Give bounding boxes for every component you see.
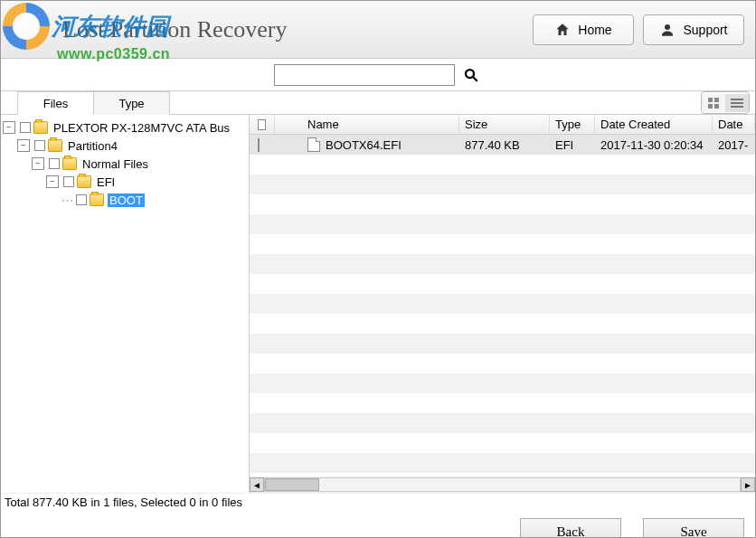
file-date-created: 2017-11-30 0:20:34	[595, 138, 713, 152]
empty-row	[250, 294, 755, 314]
folder-tree: − PLEXTOR PX-128M7VC ATA Bus − Partition…	[1, 115, 250, 493]
tree-label[interactable]: Partition4	[66, 139, 119, 153]
tree-node-partition: − Partition4	[3, 137, 247, 155]
empty-row	[250, 234, 755, 254]
folder-icon	[77, 175, 91, 188]
empty-row	[250, 194, 755, 214]
empty-row	[250, 334, 755, 354]
tree-checkbox[interactable]	[63, 176, 74, 187]
file-type: EFI	[550, 138, 595, 152]
file-date2: 2017-	[713, 138, 755, 152]
main-content: − PLEXTOR PX-128M7VC ATA Bus − Partition…	[1, 115, 755, 493]
file-rows: BOOTX64.EFI 877.40 KB EFI 2017-11-30 0:2…	[250, 135, 755, 477]
scroll-left-arrow[interactable]: ◄	[250, 477, 264, 492]
select-all-checkbox[interactable]	[258, 119, 266, 130]
scroll-right-arrow[interactable]: ►	[741, 477, 755, 492]
file-name: BOOTX64.EFI	[326, 138, 402, 152]
tab-bar: Files Type	[1, 91, 755, 115]
svg-point-0	[665, 24, 670, 30]
tree-node-efi: − EFI	[3, 173, 247, 191]
header-type[interactable]: Type	[550, 115, 595, 134]
app-header: Lost Partition Recovery Home Support	[1, 1, 755, 59]
header-date-created[interactable]: Date Created	[595, 115, 713, 134]
empty-row	[250, 413, 755, 433]
file-row[interactable]: BOOTX64.EFI 877.40 KB EFI 2017-11-30 0:2…	[250, 135, 755, 155]
scroll-thumb[interactable]	[265, 478, 319, 491]
grid-icon	[708, 98, 719, 109]
empty-row	[250, 274, 755, 294]
status-bar: Total 877.40 KB in 1 files, Selected 0 i…	[1, 493, 755, 513]
scroll-track[interactable]	[264, 477, 741, 492]
folder-icon	[62, 157, 77, 170]
file-list-panel: Name Size Type Date Created Date BOOTX64…	[250, 115, 755, 493]
empty-row	[250, 254, 755, 274]
file-size: 877.40 KB	[459, 138, 550, 152]
support-label: Support	[683, 23, 727, 37]
tree-checkbox[interactable]	[76, 194, 87, 205]
empty-row	[250, 453, 755, 473]
folder-icon	[90, 193, 104, 206]
footer-buttons: Back Save	[1, 513, 755, 538]
tree-label[interactable]: EFI	[95, 175, 117, 189]
expand-toggle[interactable]: −	[32, 157, 44, 170]
tree-label[interactable]: Normal Files	[80, 157, 150, 171]
tree-node-normalfiles: − Normal Files	[3, 155, 247, 173]
page-title: Lost Partition Recovery	[62, 16, 287, 43]
tree-label[interactable]: PLEXTOR PX-128M7VC ATA Bus	[52, 121, 232, 135]
tree-checkbox[interactable]	[20, 122, 31, 133]
home-icon	[554, 22, 571, 38]
svg-rect-6	[714, 104, 719, 109]
expand-toggle[interactable]: −	[17, 139, 30, 152]
view-list-button[interactable]	[725, 94, 749, 112]
home-button[interactable]: Home	[533, 14, 634, 45]
search-icon	[463, 67, 479, 83]
svg-point-1	[466, 70, 474, 78]
list-icon	[731, 98, 743, 109]
expand-toggle[interactable]: −	[3, 121, 15, 134]
search-button[interactable]	[460, 64, 482, 86]
file-icon	[307, 137, 320, 152]
horizontal-scrollbar[interactable]: ◄ ►	[250, 477, 755, 493]
search-input[interactable]	[274, 64, 455, 86]
svg-rect-5	[708, 104, 713, 109]
svg-line-2	[473, 77, 477, 81]
tree-node-boot: ⋯ BOOT	[3, 191, 247, 209]
column-headers: Name Size Type Date Created Date	[250, 115, 755, 135]
svg-rect-4	[714, 98, 719, 102]
back-button[interactable]: Back	[520, 518, 621, 538]
save-button[interactable]: Save	[643, 518, 744, 538]
tree-checkbox[interactable]	[34, 140, 45, 151]
empty-row	[250, 354, 755, 373]
tree-node-root: − PLEXTOR PX-128M7VC ATA Bus	[3, 118, 247, 137]
folder-icon	[33, 121, 48, 134]
empty-row	[250, 393, 755, 413]
empty-row	[250, 314, 755, 334]
row-checkbox[interactable]	[258, 138, 260, 152]
empty-row	[250, 155, 755, 175]
empty-row	[250, 433, 755, 453]
tree-checkbox[interactable]	[49, 158, 60, 169]
empty-row	[250, 214, 755, 234]
header-check[interactable]	[250, 115, 275, 134]
header-size[interactable]: Size	[459, 115, 550, 134]
support-button[interactable]: Support	[643, 14, 744, 45]
folder-icon	[48, 139, 62, 152]
view-grid-button[interactable]	[702, 94, 725, 112]
tab-files[interactable]: Files	[17, 91, 94, 115]
tree-label-selected[interactable]: BOOT	[108, 193, 145, 207]
header-date2[interactable]: Date	[713, 115, 755, 134]
tree-connector: ⋯	[61, 193, 73, 207]
empty-row	[250, 175, 755, 194]
svg-rect-3	[708, 98, 713, 102]
empty-row	[250, 373, 755, 393]
expand-toggle[interactable]: −	[46, 175, 59, 188]
header-name[interactable]: Name	[275, 115, 459, 134]
view-toggle	[701, 91, 750, 114]
tab-type[interactable]: Type	[93, 91, 170, 115]
person-icon	[659, 22, 676, 38]
home-label: Home	[578, 23, 611, 37]
search-bar	[1, 59, 755, 91]
